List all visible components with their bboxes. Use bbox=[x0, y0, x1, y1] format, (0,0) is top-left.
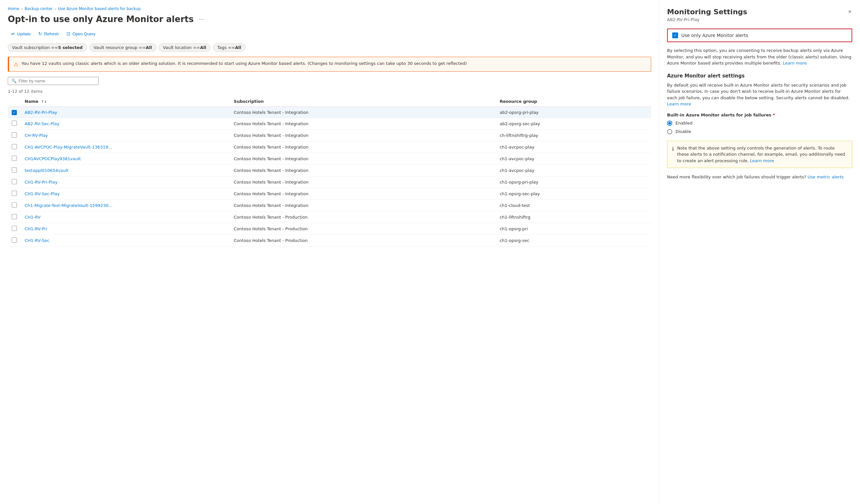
radio-enabled-inner bbox=[668, 122, 671, 125]
row-subscription: Contoso Hotels Tenant - Integration bbox=[230, 153, 496, 164]
row-name[interactable]: testappl010654vault bbox=[21, 164, 230, 176]
row-checkbox[interactable] bbox=[12, 121, 17, 126]
page-title: Opt-in to use only Azure Monitor alerts bbox=[8, 14, 194, 24]
required-indicator: * bbox=[773, 113, 775, 117]
metric-alerts-link[interactable]: Use metric alerts bbox=[807, 174, 844, 179]
row-checkbox-cell bbox=[8, 223, 21, 234]
panel-header: Monitoring Settings × bbox=[667, 8, 852, 16]
search-bar: 🔍 bbox=[8, 77, 99, 85]
refresh-button[interactable]: ↻ Refresh bbox=[35, 29, 62, 38]
azure-monitor-checkbox[interactable]: ✓ bbox=[672, 32, 678, 38]
row-checkbox[interactable] bbox=[12, 167, 17, 173]
info-icon: ℹ bbox=[672, 145, 674, 164]
table-container: Name ↑↓ Subscription Resource group ✓AB2… bbox=[8, 96, 651, 504]
row-checkbox-cell bbox=[8, 176, 21, 188]
radio-disable[interactable]: Disable bbox=[667, 129, 852, 134]
note-learn-more-link[interactable]: Learn more bbox=[750, 158, 774, 163]
radio-disable-circle bbox=[667, 129, 672, 134]
table-header-resource-group: Resource group bbox=[496, 96, 651, 107]
row-checkbox-cell bbox=[8, 141, 21, 153]
flexibility-text: Need more flexibility over which job fai… bbox=[667, 174, 852, 179]
row-checkbox[interactable] bbox=[12, 237, 17, 243]
row-name[interactable]: Ch1-Migrate-Test-MigrateVault-1599230... bbox=[21, 200, 230, 211]
main-content: Home › Backup center › Use Azure Monitor… bbox=[0, 0, 659, 504]
row-name[interactable]: CH1-RV-Pri bbox=[21, 223, 230, 234]
breadcrumb-current[interactable]: Use Azure Monitor based alerts for backu… bbox=[58, 6, 141, 11]
note-text: Note that the above setting only control… bbox=[677, 145, 847, 164]
radio-disable-label: Disable bbox=[675, 129, 691, 134]
azure-monitor-section-title: Azure Monitor alert settings bbox=[667, 73, 852, 79]
use-azure-monitor-option[interactable]: ✓ Use only Azure Monitor alerts bbox=[667, 29, 852, 42]
row-checkbox[interactable] bbox=[12, 144, 17, 149]
radio-enabled-label: Enabled bbox=[675, 121, 693, 126]
panel-description: By selecting this option, you are consen… bbox=[667, 47, 852, 67]
breadcrumb: Home › Backup center › Use Azure Monitor… bbox=[8, 6, 651, 11]
open-query-icon: ⊡ bbox=[67, 31, 70, 36]
row-checkbox[interactable] bbox=[12, 214, 17, 219]
table-row: CH-RV-PlayContoso Hotels Tenant - Integr… bbox=[8, 129, 651, 141]
row-resource-group: ch1-avcpoc-play bbox=[496, 164, 651, 176]
breadcrumb-backup-center[interactable]: Backup center bbox=[25, 6, 53, 11]
row-resource-group: ch1-opsrg-sec-play bbox=[496, 188, 651, 200]
row-checkbox[interactable] bbox=[12, 191, 17, 196]
row-checkbox[interactable] bbox=[12, 179, 17, 184]
table-header-checkbox-col bbox=[8, 96, 21, 107]
section-learn-more-link[interactable]: Learn more bbox=[667, 101, 691, 106]
row-name[interactable]: CH1-AVCPOC-Play-MigrateVault-136319... bbox=[21, 141, 230, 153]
row-name[interactable]: CH1-RV-Sec-Play bbox=[21, 188, 230, 200]
filter-location[interactable]: Vault location == All bbox=[159, 43, 211, 52]
row-resource-group: ch1-avcpoc-play bbox=[496, 153, 651, 164]
row-name[interactable]: CH1-RV bbox=[21, 211, 230, 223]
search-input[interactable] bbox=[18, 78, 95, 83]
row-checkbox[interactable] bbox=[12, 202, 17, 207]
note-box: ℹ Note that the above setting only contr… bbox=[667, 141, 852, 168]
row-resource-group: ab2-opsrg-pri-play bbox=[496, 107, 651, 118]
filter-subscription[interactable]: Vault subscription == 5 selected bbox=[8, 43, 87, 52]
row-checkbox-cell bbox=[8, 234, 21, 246]
filter-tags[interactable]: Tags == All bbox=[213, 43, 245, 52]
breadcrumb-home[interactable]: Home bbox=[8, 6, 19, 11]
row-subscription: Contoso Hotels Tenant - Integration bbox=[230, 107, 496, 118]
table-row: Ch1-Migrate-Test-MigrateVault-1599230...… bbox=[8, 200, 651, 211]
row-checkbox[interactable] bbox=[12, 132, 17, 138]
row-name[interactable]: CH1-RV-Sec bbox=[21, 234, 230, 246]
row-checkbox[interactable] bbox=[12, 156, 17, 161]
row-checkbox-cell bbox=[8, 188, 21, 200]
row-name[interactable]: CH1-RV-Pri-Play bbox=[21, 176, 230, 188]
row-subscription: Contoso Hotels Tenant - Integration bbox=[230, 164, 496, 176]
table-header-subscription: Subscription bbox=[230, 96, 496, 107]
row-resource-group: ch1-opsrg-sec bbox=[496, 234, 651, 246]
vaults-table: Name ↑↓ Subscription Resource group ✓AB2… bbox=[8, 96, 651, 246]
row-subscription: Contoso Hotels Tenant - Integration bbox=[230, 141, 496, 153]
row-name[interactable]: CH1AVCPOCPlay9381vault bbox=[21, 153, 230, 164]
open-query-button[interactable]: ⊡ Open Query bbox=[63, 29, 99, 38]
table-row: CH1-RV-Pri-PlayContoso Hotels Tenant - I… bbox=[8, 176, 651, 188]
row-name[interactable]: AB2-RV-Pri-Play bbox=[21, 107, 230, 118]
table-body: ✓AB2-RV-Pri-PlayContoso Hotels Tenant - … bbox=[8, 107, 651, 246]
description-learn-more-link[interactable]: Learn more bbox=[783, 61, 807, 66]
table-row: ✓AB2-RV-Pri-PlayContoso Hotels Tenant - … bbox=[8, 107, 651, 118]
row-subscription: Contoso Hotels Tenant - Integration bbox=[230, 129, 496, 141]
row-checkbox[interactable]: ✓ bbox=[12, 110, 17, 115]
job-failures-field-label: Built-in Azure Monitor alerts for job fa… bbox=[667, 113, 852, 117]
row-resource-group: ab2-opsrg-sec-play bbox=[496, 118, 651, 129]
search-icon: 🔍 bbox=[11, 78, 16, 83]
table-header-name[interactable]: Name ↑↓ bbox=[21, 96, 230, 107]
warning-icon: ⚠ bbox=[14, 61, 18, 68]
side-panel: Monitoring Settings × AB2-RV-Pri-Play ✓ … bbox=[659, 0, 860, 504]
radio-group-alerts: Enabled Disable bbox=[667, 121, 852, 134]
page-menu-button[interactable]: ··· bbox=[197, 15, 205, 23]
update-button[interactable]: ⇌ Update bbox=[8, 29, 34, 38]
table-row: testappl010654vaultContoso Hotels Tenant… bbox=[8, 164, 651, 176]
row-subscription: Contoso Hotels Tenant - Integration bbox=[230, 176, 496, 188]
row-resource-group: ch1-liftnshiftrg bbox=[496, 211, 651, 223]
refresh-icon: ↻ bbox=[38, 31, 42, 36]
panel-close-button[interactable]: × bbox=[847, 8, 852, 16]
row-name[interactable]: CH-RV-Play bbox=[21, 129, 230, 141]
row-subscription: Contoso Hotels Tenant - Integration bbox=[230, 118, 496, 129]
radio-enabled[interactable]: Enabled bbox=[667, 121, 852, 126]
filter-resource-group[interactable]: Vault resource group == All bbox=[89, 43, 156, 52]
row-name[interactable]: AB2-RV-Sec-Play bbox=[21, 118, 230, 129]
row-checkbox[interactable] bbox=[12, 226, 17, 231]
panel-subtitle: AB2-RV-Pri-Play bbox=[667, 17, 852, 22]
